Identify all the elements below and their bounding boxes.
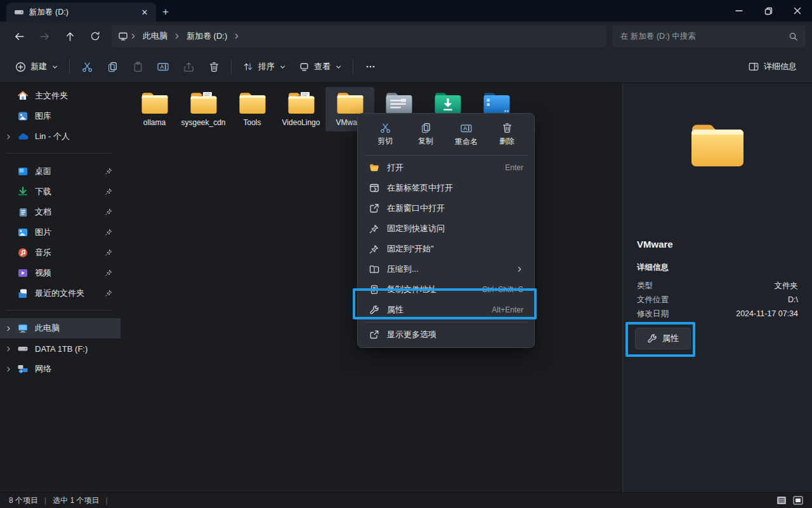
details-item-name: VMware	[637, 239, 673, 250]
breadcrumb-this-pc[interactable]: 此电脑	[138, 29, 172, 44]
sidebar-item-pictures[interactable]: 图片	[0, 222, 121, 243]
copy-icon	[107, 61, 119, 73]
menu-item-open[interactable]: 打开 Enter	[360, 157, 532, 178]
paste-button[interactable]	[125, 56, 150, 77]
menu-item-label: 属性	[387, 304, 403, 316]
folder-name: Tools	[228, 116, 277, 131]
view-button[interactable]: 查看	[292, 56, 348, 77]
sidebar-item-music[interactable]: 音乐	[0, 243, 121, 263]
context-copy-button[interactable]: 复制	[409, 119, 443, 150]
status-bar: 8 个项目 | 选中 1 个项目 |	[0, 492, 812, 508]
command-toolbar: 新建 A	[0, 51, 812, 83]
cut-button[interactable]	[74, 56, 100, 77]
new-tab-button[interactable]: +	[156, 3, 175, 22]
folder-with-documents-icon	[286, 90, 317, 116]
status-separator: |	[105, 496, 107, 505]
forward-button[interactable]	[32, 25, 57, 47]
sidebar-item-label: 图库	[35, 110, 115, 122]
explorer-tab[interactable]: 新加卷 (D:) ✕	[6, 3, 156, 22]
chevron-right-icon[interactable]	[0, 133, 16, 140]
sidebar-item-recent-folders[interactable]: 最近的文件夹	[0, 283, 121, 304]
command-label: 重命名	[455, 137, 478, 147]
trash-icon	[208, 61, 220, 73]
sidebar-item-documents[interactable]: 文档	[0, 202, 121, 222]
sidebar-item-onedrive[interactable]: Lin - 个人	[0, 126, 121, 147]
navigation-sidebar: 主文件夹 图库 Lin - 个人	[0, 83, 121, 492]
chevron-right-icon	[129, 32, 137, 40]
sidebar-item-downloads[interactable]: 下载	[0, 182, 121, 202]
folder-icon	[140, 90, 170, 116]
menu-item-pin-quick-access[interactable]: 固定到快速访问	[360, 218, 532, 239]
svg-text:A: A	[160, 64, 164, 70]
menu-item-pin-to-start[interactable]: 固定到“开始”	[360, 239, 532, 259]
details-view-icon[interactable]	[776, 496, 787, 505]
back-button[interactable]	[6, 25, 32, 47]
copy-button[interactable]	[100, 56, 125, 77]
search-input[interactable]: 在 新加卷 (D:) 中搜索	[613, 25, 806, 47]
pin-icon	[369, 244, 379, 254]
pin-icon	[369, 224, 379, 234]
refresh-button[interactable]	[82, 25, 108, 47]
sidebar-item-videos[interactable]: 视频	[0, 263, 121, 283]
sidebar-item-this-pc[interactable]: 此电脑	[0, 318, 121, 338]
menu-item-open-new-tab[interactable]: 在新标签页中打开	[360, 178, 532, 198]
properties-button[interactable]: 属性	[635, 328, 691, 349]
trash-icon	[501, 122, 513, 134]
chevron-right-icon[interactable]	[0, 345, 16, 352]
folder-tile-videolingo[interactable]: VideoLingo	[277, 87, 325, 131]
sidebar-item-desktop[interactable]: 桌面	[0, 161, 121, 182]
menu-item-label: 在新标签页中打开	[387, 182, 453, 194]
new-button[interactable]: 新建	[9, 56, 65, 77]
context-cut-button[interactable]: 剪切	[368, 119, 402, 150]
delete-button[interactable]	[201, 56, 226, 77]
plus-circle-icon	[15, 62, 26, 72]
details-pane-toggle[interactable]: 详细信息	[742, 56, 803, 77]
context-delete-button[interactable]: 删除	[490, 119, 524, 150]
folder-tile-sysgeek-cdn[interactable]: sysgeek_cdn	[179, 87, 228, 131]
menu-item-properties[interactable]: 属性 Alt+Enter	[360, 300, 532, 320]
breadcrumb-drive[interactable]: 新加卷 (D:)	[182, 29, 232, 44]
folder-tile-ollama[interactable]: ollama	[130, 87, 179, 131]
sidebar-item-network[interactable]: 网络	[0, 359, 121, 379]
open-new-window-icon	[369, 203, 379, 213]
large-icons-view-icon[interactable]	[793, 496, 803, 505]
rename-icon: A	[157, 60, 169, 73]
sidebar-item-gallery[interactable]: 图库	[0, 106, 121, 126]
menu-item-open-new-window[interactable]: 在新窗口中打开	[360, 198, 532, 218]
this-pc-icon	[118, 31, 128, 41]
toolbar-separator	[69, 59, 70, 74]
chevron-down-icon	[279, 64, 286, 70]
sidebar-item-label: 主文件夹	[35, 90, 115, 102]
onedrive-icon	[16, 131, 29, 143]
sidebar-item-label: 桌面	[35, 166, 102, 177]
detail-value: D:\	[788, 295, 798, 304]
sidebar-item-drive-f[interactable]: DATA 1TB (F:)	[0, 338, 121, 359]
menu-item-show-more-options[interactable]: 显示更多选项	[360, 324, 532, 345]
up-button[interactable]	[57, 25, 82, 47]
menu-item-copy-path[interactable]: 复制文件地址 Ctrl+Shift+C	[360, 279, 532, 300]
menu-item-label: 固定到“开始”	[387, 243, 434, 255]
menu-item-label: 显示更多选项	[387, 329, 436, 340]
rename-button[interactable]: A	[150, 56, 176, 77]
context-rename-button[interactable]: A 重命名	[449, 119, 483, 150]
folder-name: sysgeek_cdn	[179, 116, 228, 131]
tab-close-icon[interactable]: ✕	[137, 4, 152, 20]
restore-button[interactable]	[754, 0, 783, 22]
breadcrumb[interactable]: 此电脑 新加卷 (D:)	[112, 25, 606, 47]
folder-tile-tools[interactable]: Tools	[228, 87, 277, 131]
close-button[interactable]	[783, 0, 812, 22]
pictures-icon	[16, 227, 29, 238]
share-button[interactable]	[176, 56, 201, 77]
menu-item-compress[interactable]: 压缩到...	[360, 259, 532, 279]
folder-name: VideoLingo	[277, 116, 325, 131]
scissors-icon	[81, 61, 93, 73]
sort-button[interactable]: 排序	[236, 56, 292, 77]
chevron-right-icon[interactable]	[0, 325, 16, 332]
more-options-button[interactable]	[358, 56, 383, 77]
folder-with-documents-icon	[188, 90, 219, 116]
chevron-right-icon[interactable]	[0, 366, 16, 373]
folder-icon	[335, 90, 365, 116]
folder-name: ollama	[130, 116, 179, 131]
sidebar-item-home[interactable]: 主文件夹	[0, 86, 121, 106]
minimize-button[interactable]	[724, 0, 754, 22]
